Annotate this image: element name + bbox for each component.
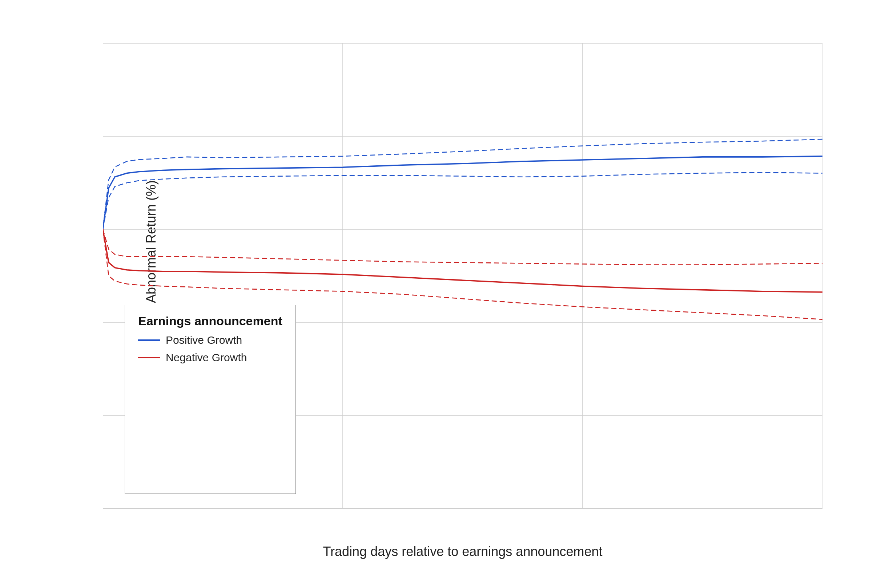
legend-label-negative: Negative Growth: [166, 351, 247, 364]
chart-container: Cumulative Abnormal Return (%) Trading d…: [45, 21, 844, 567]
legend-box: Earnings announcement Positive Growth Ne…: [124, 305, 296, 494]
legend-item-positive: Positive Growth: [138, 334, 282, 346]
legend-title: Earnings announcement: [138, 314, 282, 328]
legend-label-positive: Positive Growth: [166, 334, 242, 346]
legend-item-negative: Negative Growth: [138, 351, 282, 364]
x-axis-label: Trading days relative to earnings announ…: [103, 544, 823, 559]
